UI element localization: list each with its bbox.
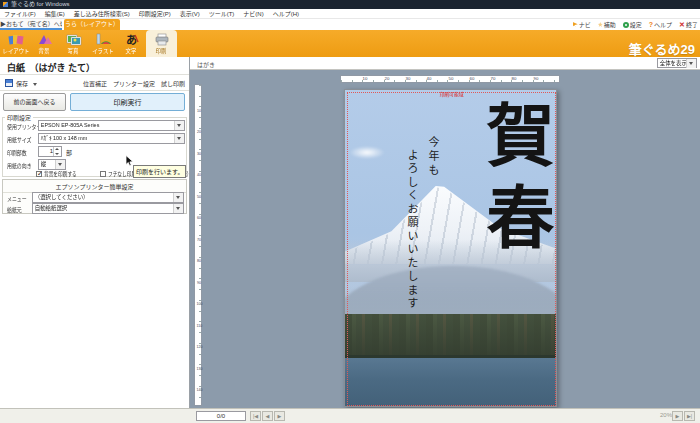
window-title: 筆ぐるめ for Windows: [11, 0, 70, 9]
save-icon: [5, 79, 13, 87]
ruler-number: 140: [197, 388, 202, 392]
prev-page-button[interactable]: ◀: [262, 411, 273, 421]
ruler-number: 80: [197, 259, 202, 263]
back-layout-tab[interactable]: うら（レイアウト）: [64, 19, 120, 30]
postcard-preview[interactable]: 印刷可能域 賀春 今年も よろしくお願いいたします: [344, 89, 557, 407]
gear-icon: [623, 22, 629, 28]
layout-icon: [8, 33, 24, 46]
main-toolbar: レイアウト 背景 写真 イラスト: [0, 30, 700, 57]
print-execute-button[interactable]: 印刷実行: [70, 93, 185, 111]
ruler-number: 90: [197, 281, 202, 285]
printer-setup-link[interactable]: プリンター設定: [113, 79, 155, 88]
paper-source-select[interactable]: 自動給紙選択: [32, 203, 184, 214]
tab-print[interactable]: 印刷: [146, 30, 177, 57]
printer-icon: [154, 33, 170, 46]
menu-tools[interactable]: ツール(T): [209, 9, 235, 18]
help-button[interactable]: ?ヘルプ: [649, 20, 672, 29]
text-icon: あ: [124, 33, 140, 46]
menu-merge-address[interactable]: 差し込み住所検索(S): [74, 9, 130, 18]
save-button[interactable]: 保存: [16, 79, 28, 88]
tab-background[interactable]: 背景: [30, 30, 59, 57]
print-settings-label: 印刷設定: [5, 113, 33, 122]
app-window: 筆ぐるめ for Windows ファイル(F) 編集(E) 差し込み住所検索(…: [0, 0, 700, 423]
ruler-number: 60: [197, 216, 202, 220]
back-button[interactable]: 前の画面へ戻る: [3, 93, 66, 111]
ruler-number: 60: [469, 77, 474, 81]
v-ruler: 102030405060708090100110120130140: [194, 84, 202, 406]
save-dropdown-arrow-icon[interactable]: [33, 83, 37, 86]
menu-print-settings[interactable]: 印刷設定(P): [139, 9, 171, 18]
assist-button[interactable]: 補助: [598, 20, 616, 29]
menu-help[interactable]: ヘルプ(H): [273, 9, 299, 18]
title-bar: 筆ぐるめ for Windows: [0, 0, 700, 9]
settings-button[interactable]: 設定: [623, 20, 642, 29]
app-icon: [3, 2, 8, 7]
menu-view[interactable]: 表示(V): [180, 9, 200, 18]
test-print-link[interactable]: 試し印刷: [161, 79, 185, 88]
doc-type-label: はがき: [197, 60, 215, 69]
ruler-number: 10: [363, 77, 368, 81]
navi-button[interactable]: ナビ: [573, 20, 591, 29]
position-correct-link[interactable]: 位置補正: [83, 79, 107, 88]
printer-select[interactable]: EPSON EP-805A Series: [38, 120, 185, 131]
status-bar: 0/0 |◀ ◀ ▶ 20% ▶ ▶|: [0, 408, 700, 423]
save-row: 保存 位置補正 プリンター設定 試し印刷: [0, 76, 189, 90]
page-indicator: 0/0: [196, 411, 246, 421]
ruler-number: 50: [197, 195, 202, 199]
tab-illustration[interactable]: イラスト: [88, 30, 117, 57]
orientation-label: 用紙の向き: [7, 161, 32, 170]
ruler-number: 30: [197, 152, 202, 156]
first-page-button[interactable]: |◀: [250, 411, 261, 421]
ruler-number: 110: [197, 324, 202, 328]
chevron-down-icon: [174, 121, 184, 130]
ruler-number: 90: [533, 77, 538, 81]
ruler-number: 100: [197, 302, 202, 306]
ruler-number: 130: [197, 367, 202, 371]
switch-to-front-tab[interactable]: ▶おもて（宛て名）へ切替: [0, 19, 62, 30]
star-icon: [598, 22, 603, 27]
tab-text[interactable]: あ 文字: [117, 30, 146, 57]
greeting-column-1[interactable]: 今年も: [424, 136, 440, 178]
chevron-down-icon: [55, 160, 65, 169]
zoom-select[interactable]: 全体を表示: [657, 58, 697, 68]
ruler-number: 70: [491, 77, 496, 81]
app-logo: 筆ぐるめ29: [629, 39, 695, 58]
last-page-button[interactable]: ▶|: [684, 411, 695, 421]
ruler-number: 40: [197, 173, 202, 177]
print-panel: 白紙 （はがき たて） 保存 位置補正 プリンター設定 試し印刷 前の画面へ戻る…: [0, 57, 190, 408]
paper-size-select[interactable]: ﾊｶﾞｷ 100 x 148 mm: [38, 133, 185, 144]
zoom-percent: 20%: [660, 412, 672, 418]
next-page-button[interactable]: ▶: [274, 411, 285, 421]
layout-name-title: 白紙 （はがき たて）: [7, 61, 95, 74]
menu-navi[interactable]: ナビ(N): [243, 9, 263, 18]
illustration-icon: [95, 33, 111, 46]
canvas-viewport[interactable]: 102030405060708090 102030405060708090100…: [190, 70, 700, 408]
copies-unit: 部: [66, 148, 72, 157]
exit-button[interactable]: ✕終了: [679, 20, 698, 29]
printable-area-label: 印刷可能域: [369, 92, 535, 98]
forward-button[interactable]: ▶: [672, 411, 683, 421]
checkbox-print-background[interactable]: 背景を印刷する: [36, 169, 86, 178]
divider: [0, 74, 189, 75]
tab-layout[interactable]: レイアウト: [1, 30, 30, 57]
epson-menu-select[interactable]: （選択してください）: [32, 192, 184, 203]
checkbox-icon[interactable]: [100, 171, 106, 177]
menu-file[interactable]: ファイル(F): [4, 9, 36, 18]
utility-bar: ナビ 補助 設定 ?ヘルプ ✕終了: [573, 20, 698, 29]
greeting-column-2[interactable]: よろしくお願いいたします: [403, 149, 419, 311]
mouse-cursor: [125, 155, 134, 167]
menu-bar: ファイル(F) 編集(E) 差し込み住所検索(S) 印刷設定(P) 表示(V) …: [0, 9, 700, 19]
menu-edit[interactable]: 編集(E): [45, 9, 65, 18]
printer-label: 使用プリンター: [7, 122, 41, 131]
paper-source-label: 給紙元: [7, 205, 22, 214]
spinner-arrows-icon[interactable]: [53, 147, 61, 156]
ruler-number: 30: [405, 77, 410, 81]
calligraphy-gashun[interactable]: 賀春: [480, 100, 550, 264]
canvas-header: はがき 全体を表示: [190, 57, 700, 70]
tab-photo[interactable]: 写真: [59, 30, 88, 57]
print-tooltip: 印刷を行います。: [133, 165, 186, 178]
question-icon: ?: [649, 21, 653, 28]
ruler-number: 80: [512, 77, 517, 81]
checkbox-icon[interactable]: [36, 171, 42, 177]
copies-stepper[interactable]: 1: [38, 146, 62, 157]
